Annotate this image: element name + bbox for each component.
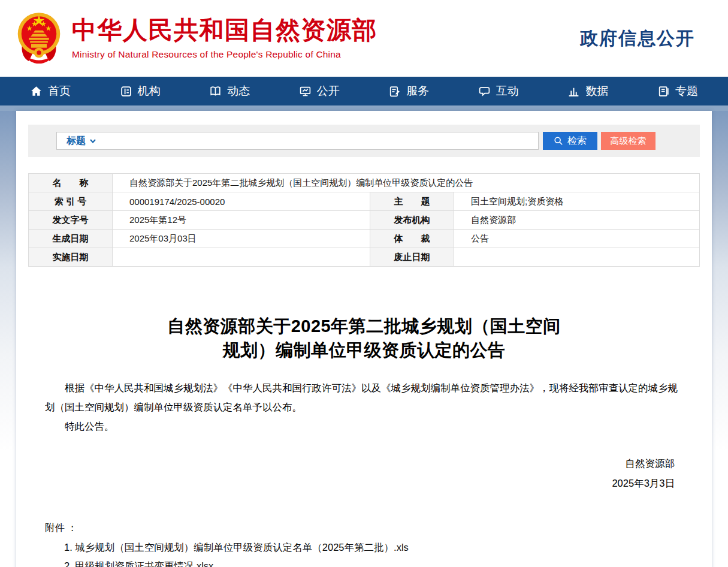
attachment-link-2[interactable]: 2. 甲级规划资质证书变更情况.xlsx bbox=[45, 557, 683, 567]
meta-value-genre: 公告 bbox=[454, 230, 700, 248]
nav-item-home[interactable]: 首页 bbox=[30, 83, 71, 99]
article-title-line1: 自然资源部关于2025年第二批城乡规划（国土空间 bbox=[45, 314, 683, 338]
meta-value-issuer: 自然资源部 bbox=[454, 211, 700, 230]
meta-value-name: 自然资源部关于2025年第二批城乡规划（国土空间规划）编制单位甲级资质认定的公告 bbox=[113, 174, 700, 192]
signature-org: 自然资源部 bbox=[45, 454, 675, 473]
article-title-line2: 规划）编制单位甲级资质认定的公告 bbox=[45, 338, 683, 362]
table-row: 发文字号 2025年第12号 发布机构 自然资源部 bbox=[29, 211, 700, 230]
meta-label-index: 索 引 号 bbox=[29, 192, 113, 211]
signature-block: 自然资源部 2025年3月3日 bbox=[45, 454, 683, 493]
nav-item-topics[interactable]: 专题 bbox=[657, 83, 698, 99]
meta-value-subject: 国土空间规划;资质资格 bbox=[454, 192, 700, 211]
news-icon bbox=[209, 85, 222, 98]
national-emblem-logo[interactable] bbox=[16, 7, 62, 70]
topics-icon bbox=[657, 85, 670, 98]
nav-label: 首页 bbox=[48, 83, 71, 99]
service-icon bbox=[388, 85, 401, 98]
nav-item-disclosure[interactable]: 公开 bbox=[299, 83, 340, 99]
meta-label-subject: 主 题 bbox=[370, 192, 454, 211]
meta-label-docnum: 发文字号 bbox=[29, 211, 113, 230]
meta-label-issuer: 发布机构 bbox=[370, 211, 454, 230]
search-field-selector[interactable]: 标题 bbox=[57, 135, 102, 147]
meta-value-impl bbox=[113, 248, 370, 267]
article-paragraph: 根据《中华人民共和国城乡规划法》《中华人民共和国行政许可法》以及《城乡规划编制单… bbox=[45, 378, 683, 417]
article-title: 自然资源部关于2025年第二批城乡规划（国土空间 规划）编制单位甲级资质认定的公… bbox=[45, 314, 683, 362]
article: 自然资源部关于2025年第二批城乡规划（国土空间 规划）编制单位甲级资质认定的公… bbox=[28, 314, 700, 567]
nav-label: 互动 bbox=[496, 83, 519, 99]
nav-item-services[interactable]: 服务 bbox=[388, 83, 429, 99]
attachments-section: 附件 ： 1. 城乡规划（国土空间规划）编制单位甲级资质认定名单（2025年第二… bbox=[45, 518, 683, 567]
site-brand: 中华人民共和国自然资源部 Ministry of Natural Resourc… bbox=[72, 17, 580, 60]
nav-item-data[interactable]: 数据 bbox=[567, 83, 608, 99]
meta-value-gendate: 2025年03月03日 bbox=[113, 230, 370, 248]
nav-label: 动态 bbox=[227, 83, 250, 99]
interaction-icon bbox=[478, 85, 491, 98]
advanced-search-button[interactable]: 高级检索 bbox=[601, 132, 655, 150]
site-title: 中华人民共和国自然资源部 bbox=[72, 17, 580, 44]
nav-label: 专题 bbox=[675, 83, 698, 99]
attachments-label: 附件 ： bbox=[45, 518, 683, 537]
meta-label-gendate: 生成日期 bbox=[29, 230, 113, 248]
home-icon bbox=[30, 85, 43, 98]
attachment-link-1[interactable]: 1. 城乡规划（国土空间规划）编制单位甲级资质认定名单（2025年第二批）.xl… bbox=[45, 538, 683, 557]
meta-label-impl: 实施日期 bbox=[29, 248, 113, 267]
page-background: 标题 检索 高级检索 名 称 自然资源部关于2025年第二批城乡规划（国土空间规… bbox=[0, 111, 728, 567]
gov-info-disclosure-link[interactable]: 政府信息公开 bbox=[580, 26, 695, 51]
table-row: 索 引 号 000019174/2025-00020 主 题 国土空间规划;资质… bbox=[29, 192, 700, 211]
nav-bottom-band bbox=[0, 105, 728, 111]
disclosure-icon bbox=[299, 85, 312, 98]
article-body: 根据《中华人民共和国城乡规划法》《中华人民共和国行政许可法》以及《城乡规划编制单… bbox=[45, 378, 683, 436]
content-card: 标题 检索 高级检索 名 称 自然资源部关于2025年第二批城乡规划（国土空间规… bbox=[16, 111, 712, 567]
search-button-label: 检索 bbox=[567, 135, 587, 147]
meta-value-index: 000019174/2025-00020 bbox=[113, 192, 370, 211]
meta-value-repeal bbox=[454, 248, 700, 267]
search-button[interactable]: 检索 bbox=[543, 132, 597, 150]
main-nav: 首页 机构 动态 公开 服务 互动 数据 专题 bbox=[0, 77, 728, 105]
document-metadata-table: 名 称 自然资源部关于2025年第二批城乡规划（国土空间规划）编制单位甲级资质认… bbox=[28, 173, 700, 267]
nav-item-org[interactable]: 机构 bbox=[120, 83, 161, 99]
table-row: 生成日期 2025年03月03日 体 裁 公告 bbox=[29, 230, 700, 248]
site-subtitle: Ministry of Natural Resources of the Peo… bbox=[72, 49, 580, 60]
nav-label: 公开 bbox=[317, 83, 340, 99]
search-field-label: 标题 bbox=[67, 135, 86, 147]
site-header: 中华人民共和国自然资源部 Ministry of Natural Resourc… bbox=[0, 0, 728, 77]
search-input[interactable] bbox=[102, 133, 538, 149]
national-emblem-icon bbox=[16, 7, 62, 67]
nav-item-news[interactable]: 动态 bbox=[209, 83, 250, 99]
signature-date: 2025年3月3日 bbox=[45, 473, 675, 493]
chevron-down-icon bbox=[89, 137, 96, 144]
advanced-search-label: 高级检索 bbox=[611, 135, 647, 147]
meta-value-docnum: 2025年第12号 bbox=[113, 211, 370, 230]
meta-label-genre: 体 裁 bbox=[370, 230, 454, 248]
org-icon bbox=[120, 85, 132, 98]
nav-label: 机构 bbox=[138, 83, 161, 99]
nav-label: 数据 bbox=[585, 83, 608, 99]
meta-label-name: 名 称 bbox=[29, 174, 113, 192]
article-paragraph: 特此公告。 bbox=[45, 417, 683, 436]
search-box: 标题 bbox=[56, 132, 539, 150]
table-row: 名 称 自然资源部关于2025年第二批城乡规划（国土空间规划）编制单位甲级资质认… bbox=[29, 174, 700, 192]
meta-label-repeal: 废止日期 bbox=[370, 248, 454, 267]
search-icon bbox=[554, 136, 563, 146]
search-bar: 标题 检索 高级检索 bbox=[28, 125, 700, 157]
data-icon bbox=[567, 85, 580, 98]
nav-label: 服务 bbox=[406, 83, 429, 99]
table-row: 实施日期 废止日期 bbox=[29, 248, 700, 267]
nav-item-interaction[interactable]: 互动 bbox=[478, 83, 519, 99]
